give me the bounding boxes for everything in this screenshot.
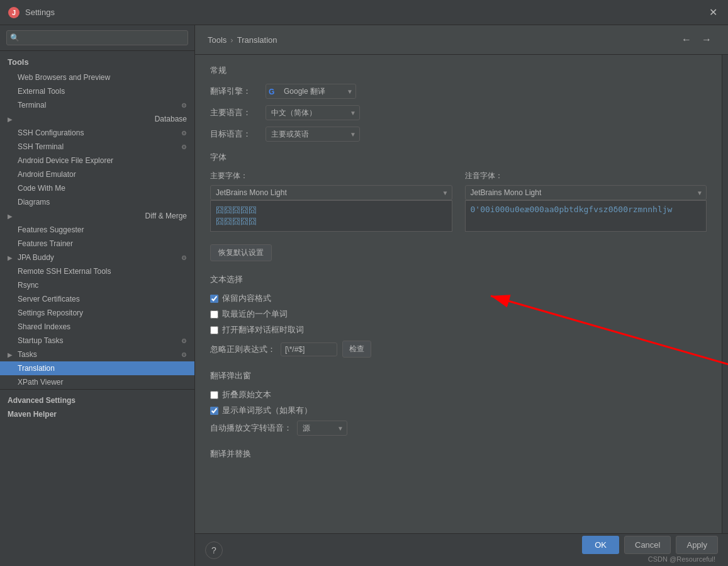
main-content: 常规 翻译引擎： G <box>195 55 722 533</box>
checkbox-show-word-form-row: 显示单词形式（如果有） <box>210 405 707 416</box>
sidebar-item-features-suggester[interactable]: Features Suggester <box>0 223 194 237</box>
ok-button[interactable]: OK <box>582 536 619 554</box>
terminal-settings-icon: ⚙ <box>181 102 187 109</box>
sidebar-item-external-tools[interactable]: External Tools <box>0 84 194 98</box>
sidebar-item-ssh-configurations[interactable]: SSH Configurations ⚙ <box>0 126 194 140</box>
tasks-icon: ⚙ <box>181 351 187 358</box>
expand-arrow-jpa: ▶ <box>8 254 13 261</box>
sidebar-bottom: Advanced Settings Maven Helper <box>0 389 194 425</box>
help-button[interactable]: ? <box>205 541 223 559</box>
target-lang-label: 目标语言： <box>210 128 260 140</box>
sidebar-item-jpa-buddy[interactable]: ▶ JPA Buddy ⚙ <box>0 251 194 264</box>
right-scrollbar[interactable] <box>722 55 728 533</box>
sidebar-item-diagrams[interactable]: Diagrams <box>0 195 194 209</box>
phonetic-font-select-wrapper: JetBrains Mono Light ▼ <box>465 185 707 200</box>
sidebar-item-database[interactable]: ▶ Database <box>0 112 194 126</box>
sidebar-item-diff-merge[interactable]: ▶ Diff & Merge <box>0 209 194 223</box>
checkbox-fold-original-row: 折叠原始文本 <box>210 389 707 400</box>
phonetic-font-label: 注音字体： <box>465 171 707 181</box>
expand-arrow-diff: ▶ <box>8 213 13 220</box>
bottom-bar: ? OK Cancel Apply CSDN @Resourceful! <box>195 533 728 566</box>
section-general: 常规 <box>210 65 707 76</box>
engine-label: 翻译引擎： <box>210 86 260 97</box>
font-section: 主要字体： JetBrains Mono Light ▼ <box>210 171 707 237</box>
primary-font-select-row: JetBrains Mono Light ▼ <box>210 185 452 200</box>
sidebar-item-terminal[interactable]: Terminal ⚙ <box>0 98 194 112</box>
sidebar-item-ssh-terminal[interactable]: SSH Terminal ⚙ <box>0 140 194 154</box>
checkbox-recent-word-row: 取最近的一个单词 <box>210 308 707 320</box>
auto-play-select-wrapper: 源 ▼ <box>297 421 347 436</box>
target-lang-select-wrapper: 主要或英语 ▼ <box>266 127 360 142</box>
sidebar-item-features-trainer[interactable]: Features Trainer <box>0 237 194 251</box>
footer-right: OK Cancel Apply CSDN @Resourceful! <box>582 536 718 564</box>
cancel-button[interactable]: Cancel <box>624 536 671 554</box>
phonetic-font-select[interactable]: JetBrains Mono Light <box>465 185 707 200</box>
regex-label: 忽略正则表达式： <box>210 344 276 355</box>
phonetic-font-preview: 0'00i000u0eæ000aa0pbtdkgfvsz0δ00rzmnnhlj… <box>465 200 707 232</box>
regex-input[interactable] <box>281 342 337 356</box>
engine-select[interactable]: Google 翻译 <box>281 86 344 97</box>
primary-lang-row: 主要语言： 中文（简体） ▼ <box>210 105 707 120</box>
sidebar-item-tasks[interactable]: ▶ Tasks ⚙ <box>0 348 194 361</box>
sidebar-item-server-certificates[interactable]: Server Certificates <box>0 292 194 306</box>
checkbox-recent-word-label[interactable]: 取最近的一个单词 <box>222 308 288 320</box>
sidebar-group-tools[interactable]: Tools <box>0 54 194 71</box>
nav-forward-button[interactable]: → <box>698 33 715 47</box>
sidebar-item-code-with-me[interactable]: Code With Me <box>0 181 194 195</box>
regex-row: 忽略正则表达式： 检查 <box>210 341 707 358</box>
search-input[interactable] <box>6 30 188 45</box>
phonetic-font-select-row: JetBrains Mono Light ▼ <box>465 185 707 200</box>
sidebar-item-advanced-settings[interactable]: Advanced Settings <box>0 393 194 407</box>
action-buttons: OK Cancel Apply <box>582 536 718 554</box>
checkbox-keep-format-label[interactable]: 保留内容格式 <box>222 293 271 304</box>
primary-font-select[interactable]: JetBrains Mono Light <box>210 185 452 200</box>
nav-buttons: ← → <box>678 33 715 47</box>
checkbox-fold-original[interactable] <box>210 391 218 399</box>
checkbox-keep-format[interactable] <box>210 295 218 303</box>
target-lang-select[interactable]: 主要或英语 <box>266 127 360 142</box>
section-font: 字体 <box>210 152 707 163</box>
section-replace: 翻译并替换 <box>210 448 707 460</box>
main-header: Tools › Translation ← → <box>195 25 728 55</box>
google-icon: G <box>269 86 279 96</box>
engine-chevron-icon: ▼ <box>347 88 353 95</box>
auto-play-select[interactable]: 源 <box>297 421 347 436</box>
sidebar-item-android-device[interactable]: Android Device File Explorer <box>0 154 194 167</box>
sidebar-item-maven-helper[interactable]: Maven Helper <box>0 407 194 421</box>
checkbox-open-dialog-label[interactable]: 打开翻译对话框时取词 <box>222 324 304 336</box>
checkbox-show-word-form-label[interactable]: 显示单词形式（如果有） <box>222 405 312 416</box>
svg-text:J: J <box>12 9 16 16</box>
apply-button[interactable]: Apply <box>676 536 718 554</box>
sidebar-item-android-emulator[interactable]: Android Emulator <box>0 167 194 181</box>
sidebar-item-startup-tasks[interactable]: Startup Tasks ⚙ <box>0 334 194 348</box>
content-area: 🔍 Tools Web Browsers and Preview Externa… <box>0 25 728 566</box>
nav-back-button[interactable]: ← <box>678 33 695 47</box>
sidebar-item-translation[interactable]: Translation <box>0 361 194 375</box>
app-icon: J <box>8 6 20 19</box>
primary-font-column: 主要字体： JetBrains Mono Light ▼ <box>210 171 452 237</box>
settings-window: J Settings ✕ 🔍 Tools Web Browsers and Pr… <box>0 0 728 566</box>
primary-font-label: 主要字体： <box>210 171 452 181</box>
auto-play-row: 自动播放文字转语音： 源 ▼ <box>210 421 707 436</box>
window-title: Settings <box>25 8 705 17</box>
checkbox-open-dialog[interactable] <box>210 326 218 334</box>
phonetic-font-column: 注音字体： JetBrains Mono Light ▼ <box>465 171 707 237</box>
search-bar: 🔍 <box>0 25 194 51</box>
sidebar-item-remote-ssh[interactable]: Remote SSH External Tools <box>0 264 194 278</box>
primary-lang-select[interactable]: 中文（简体） <box>266 105 360 120</box>
main-panel: Tools › Translation ← → 常规 翻译引擎： <box>195 25 728 533</box>
sidebar-item-xpath-viewer[interactable]: XPath Viewer <box>0 375 194 389</box>
ssh-terminal-icon: ⚙ <box>181 144 187 150</box>
checkbox-recent-word[interactable] <box>210 310 218 319</box>
restore-defaults-button[interactable]: 恢复默认设置 <box>210 244 272 261</box>
sidebar-item-shared-indexes[interactable]: Shared Indexes <box>0 320 194 334</box>
engine-row: 翻译引擎： G Google <box>210 84 707 99</box>
checkbox-show-word-form[interactable] <box>210 407 218 415</box>
close-button[interactable]: ✕ <box>705 5 720 20</box>
jpa-icon: ⚙ <box>181 254 187 261</box>
sidebar-item-web-browsers[interactable]: Web Browsers and Preview <box>0 71 194 84</box>
sidebar-item-settings-repository[interactable]: Settings Repository <box>0 306 194 320</box>
sidebar-item-rsync[interactable]: Rsync <box>0 278 194 292</box>
checkbox-fold-original-label[interactable]: 折叠原始文本 <box>222 389 271 400</box>
check-button[interactable]: 检查 <box>342 341 371 358</box>
